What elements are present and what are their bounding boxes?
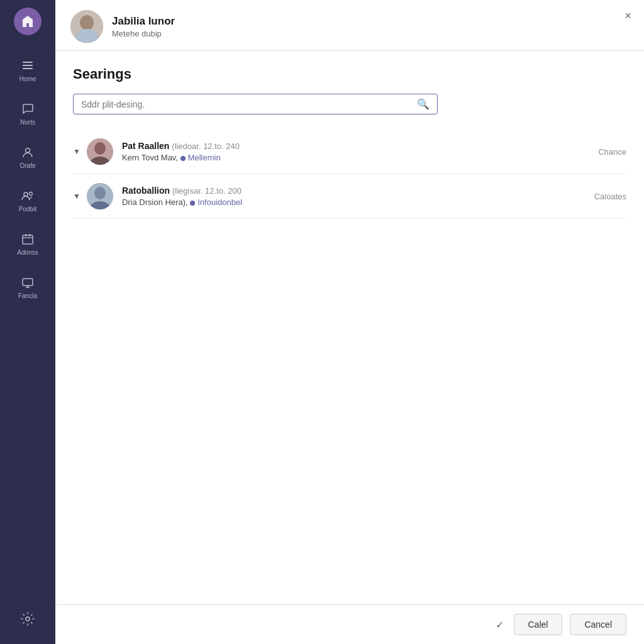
participant-action: Chance (598, 147, 626, 157)
svg-rect-6 (23, 235, 33, 244)
sidebar-item-norts-label: Norts (20, 119, 35, 126)
svg-point-14 (80, 15, 94, 30)
sidebar-item-adrinss-label: Adrinss (17, 249, 38, 256)
page-title: Searings (73, 66, 626, 82)
menu-icon (19, 57, 36, 74)
user-name: Jabilia lunor (112, 15, 175, 28)
search-icon: 🔍 (417, 98, 430, 110)
participant-name: Pat Raallen (liedoar. 12.to. 240 (122, 141, 588, 151)
participant-info: Ratoballion (liegisar. 12.to. 200 Dria D… (122, 186, 584, 207)
svg-point-3 (26, 148, 30, 153)
close-button[interactable]: × (625, 10, 631, 21)
sidebar-item-adrinss[interactable]: Adrinss (0, 226, 55, 260)
chat-icon (19, 100, 36, 118)
dialog-body: Searings 🔍 ▼ (55, 51, 644, 604)
sidebar: Home Norts Orafe Podbit (0, 0, 55, 644)
dialog-panel: Jabilia lunor Metehe dubip × Searings 🔍 … (55, 0, 644, 644)
sidebar-item-orafe-label: Orafe (19, 162, 35, 169)
list-item: ▼ Pat Raallen (liedoar. 12.to. 240 (73, 130, 626, 174)
sidebar-item-podbit[interactable]: Podbit (0, 183, 55, 216)
svg-point-4 (24, 192, 28, 196)
participant-name: Ratoballion (liegisar. 12.to. 200 (122, 186, 584, 196)
dialog-footer: ✓ Calel Cancel (55, 604, 644, 644)
user-info: Jabilia lunor Metehe dubip (112, 15, 175, 38)
chevron-down-icon[interactable]: ▼ (73, 192, 80, 201)
settings-button[interactable] (20, 611, 35, 626)
checkmark-icon[interactable]: ✓ (496, 619, 504, 631)
participant-sub: Kern Tovd Mav, Mellemin (122, 153, 588, 162)
people-icon (19, 187, 36, 204)
sidebar-item-podbit-label: Podbit (19, 206, 36, 213)
sidebar-item-home[interactable]: Home (0, 53, 55, 86)
svg-point-5 (30, 192, 33, 196)
participant-info: Pat Raallen (liedoar. 12.to. 240 Kern To… (122, 141, 588, 162)
participant-sub: Dria Drsion Hera), Infouidonbel (122, 197, 584, 207)
search-bar: 🔍 (73, 94, 438, 114)
person-icon (19, 143, 36, 161)
avatar (87, 138, 113, 165)
svg-point-21 (94, 187, 106, 199)
svg-point-12 (26, 617, 30, 621)
cancel-button[interactable]: Cancel (570, 614, 626, 635)
device-icon (19, 274, 36, 291)
search-input[interactable] (81, 99, 417, 109)
participant-list: ▼ Pat Raallen (liedoar. 12.to. 240 (73, 130, 626, 219)
main-content: Jabilia lunor Metehe dubip × Searings 🔍 … (55, 0, 644, 644)
calendar-icon (19, 230, 36, 248)
chevron-down-icon[interactable]: ▼ (73, 147, 80, 156)
sidebar-item-orafe[interactable]: Orafe (0, 140, 55, 173)
sidebar-item-norts[interactable]: Norts (0, 96, 55, 130)
avatar (87, 183, 113, 209)
app-logo[interactable] (14, 8, 42, 35)
dialog-header: Jabilia lunor Metehe dubip × (55, 0, 644, 51)
sidebar-item-fancla-label: Fancla (18, 292, 37, 299)
sidebar-item-home-label: Home (19, 75, 36, 82)
svg-rect-9 (23, 279, 33, 286)
svg-rect-0 (23, 62, 33, 63)
sidebar-item-fancla[interactable]: Fancla (0, 270, 55, 303)
svg-rect-2 (23, 68, 33, 69)
avatar (70, 10, 103, 43)
participant-action: Caloates (594, 192, 626, 201)
svg-rect-1 (23, 65, 33, 66)
user-subtitle: Metehe dubip (112, 29, 175, 38)
calel-button[interactable]: Calel (514, 614, 563, 635)
svg-point-18 (94, 142, 106, 155)
list-item: ▼ Ratoballion (liegisar. 12.to. 200 (73, 174, 626, 219)
